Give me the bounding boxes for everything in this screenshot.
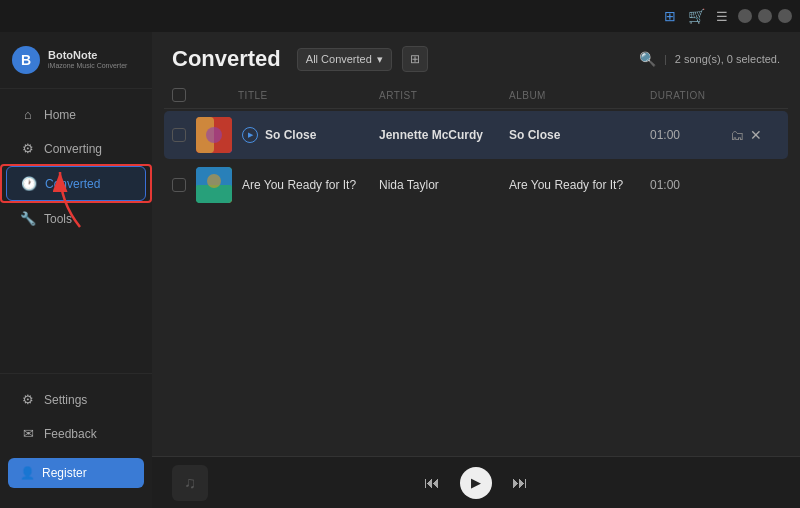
header-checkbox-col (172, 88, 196, 102)
header-duration: DURATION (650, 90, 730, 101)
svg-point-3 (206, 127, 222, 143)
song-name-2: Are You Ready for It? (242, 178, 356, 192)
song-count: 2 song(s), 0 selected. (675, 53, 780, 65)
row-checkbox-col (172, 178, 196, 192)
table-header: TITLE ARTIST ALBUM DURATION (164, 82, 788, 109)
song-name-1: So Close (265, 128, 316, 142)
feedback-icon: ✉ (20, 426, 36, 441)
row-checkbox-col (172, 128, 196, 142)
header-divider: | (664, 53, 667, 65)
album-name-1: So Close (509, 128, 650, 142)
grid-view-button[interactable]: ⊞ (402, 46, 428, 72)
tools-icon: 🔧 (20, 211, 36, 226)
register-icon: 👤 (20, 466, 35, 480)
header-title: TITLE (238, 90, 379, 101)
converting-icon: ⚙ (20, 141, 36, 156)
cart-icon[interactable]: 🛒 (686, 6, 706, 26)
sidebar-item-home[interactable]: ⌂ Home (6, 98, 146, 131)
song-thumbnail-2 (196, 167, 232, 203)
artist-name-1: Jennette McCurdy (379, 128, 509, 142)
duration-2: 01:00 (650, 178, 730, 192)
sidebar-item-label: Home (44, 108, 76, 122)
player-bar: ♫ ⏮ ▶ ⏭ (152, 456, 800, 508)
table-row[interactable]: ▶ So Close Jennette McCurdy So Close 01:… (164, 111, 788, 159)
row-checkbox-1[interactable] (172, 128, 186, 142)
header-artist: ARTIST (379, 90, 509, 101)
row-thumbnail-1 (196, 117, 238, 153)
minimize-button[interactable] (738, 9, 752, 23)
table-container: TITLE ARTIST ALBUM DURATION (152, 82, 800, 456)
grid-icon: ⊞ (410, 52, 420, 66)
song-title-cell-1: ▶ So Close (238, 127, 379, 143)
sidebar-item-label: Feedback (44, 427, 97, 441)
close-button[interactable] (778, 9, 792, 23)
play-pause-button[interactable]: ▶ (460, 467, 492, 499)
filter-dropdown[interactable]: All Converted ▾ (297, 48, 392, 71)
page-title: Converted (172, 46, 281, 72)
music-note-icon: ♫ (172, 465, 208, 501)
table-row[interactable]: Are You Ready for It? Nida Taylor Are Yo… (164, 161, 788, 209)
sidebar-item-label: Converted (45, 177, 100, 191)
next-button[interactable]: ⏭ (508, 470, 532, 496)
duration-1: 01:00 (650, 128, 730, 142)
sidebar: B BotoNote iMazone Music Converter ⌂ Hom… (0, 32, 152, 508)
maximize-button[interactable] (758, 9, 772, 23)
row-checkbox-2[interactable] (172, 178, 186, 192)
register-button[interactable]: 👤 Register (8, 458, 144, 488)
converted-icon: 🕐 (21, 176, 37, 191)
home-icon: ⌂ (20, 107, 36, 122)
header-checkbox[interactable] (172, 88, 186, 102)
play-button-1[interactable]: ▶ (242, 127, 258, 143)
sidebar-item-tools[interactable]: 🔧 Tools (6, 202, 146, 235)
song-title-cell-2: Are You Ready for It? (238, 178, 379, 192)
sidebar-item-label: Settings (44, 393, 87, 407)
menu-icon[interactable]: ☰ (712, 6, 732, 26)
converted-item-wrapper: 🕐 Converted (0, 166, 152, 201)
logo-text: BotoNote iMazone Music Converter (48, 49, 127, 71)
filter-label: All Converted (306, 53, 372, 65)
svg-point-6 (207, 174, 221, 188)
sidebar-item-settings[interactable]: ⚙ Settings (6, 383, 146, 416)
row-thumbnail-2 (196, 167, 238, 203)
song-thumbnail-1 (196, 117, 232, 153)
sidebar-bottom: ⚙ Settings ✉ Feedback 👤 Register (0, 373, 152, 508)
search-icon[interactable]: 🔍 (639, 51, 656, 67)
main-content: Converted All Converted ▾ ⊞ 🔍 | 2 song(s… (152, 32, 800, 508)
artist-name-2: Nida Taylor (379, 178, 509, 192)
album-name-2: Are You Ready for It? (509, 178, 650, 192)
close-icon-1[interactable]: ✕ (750, 127, 762, 143)
sidebar-item-label: Converting (44, 142, 102, 156)
chevron-down-icon: ▾ (377, 53, 383, 66)
logo-subtitle: iMazone Music Converter (48, 62, 127, 70)
sidebar-item-label: Tools (44, 212, 72, 226)
sidebar-nav: ⌂ Home ⚙ Converting 🕐 Converted 🔧 Tools (0, 89, 152, 373)
logo-name: BotoNote (48, 49, 127, 62)
header-right: 🔍 | 2 song(s), 0 selected. (639, 51, 780, 67)
sidebar-item-converted[interactable]: 🕐 Converted (6, 166, 146, 201)
prev-button[interactable]: ⏮ (420, 470, 444, 496)
sidebar-logo: B BotoNote iMazone Music Converter (0, 32, 152, 89)
sidebar-item-converting[interactable]: ⚙ Converting (6, 132, 146, 165)
main-header: Converted All Converted ▾ ⊞ 🔍 | 2 song(s… (152, 32, 800, 82)
play-icon: ▶ (471, 475, 481, 490)
register-label: Register (42, 466, 87, 480)
row-actions-1: 🗂 ✕ (730, 127, 780, 143)
folder-icon-1[interactable]: 🗂 (730, 127, 744, 143)
sidebar-item-feedback[interactable]: ✉ Feedback (6, 417, 146, 450)
grid-icon[interactable]: ⊞ (660, 6, 680, 26)
logo-icon: B (12, 46, 40, 74)
titlebar: ⊞ 🛒 ☰ (0, 0, 800, 32)
app-body: B BotoNote iMazone Music Converter ⌂ Hom… (0, 32, 800, 508)
header-album: ALBUM (509, 90, 650, 101)
settings-icon: ⚙ (20, 392, 36, 407)
